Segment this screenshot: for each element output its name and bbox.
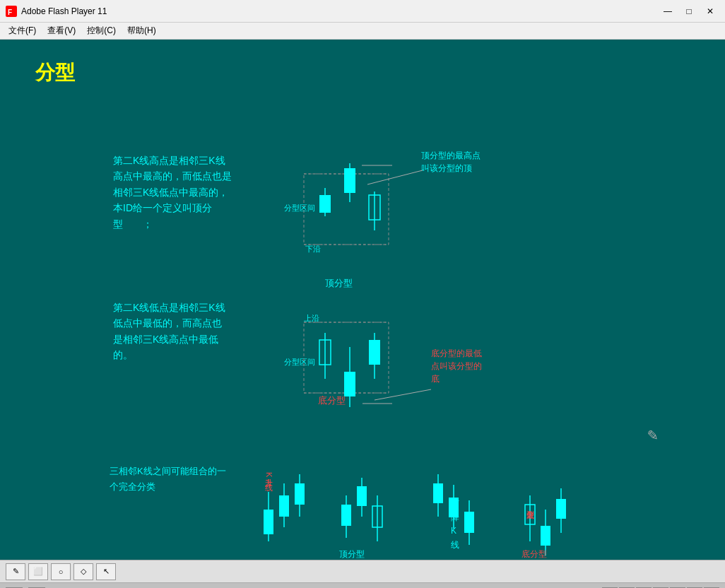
svg-rect-8 <box>319 195 331 213</box>
menubar: 文件(F) 查看(V) 控制(C) 帮助(H) <box>0 23 725 40</box>
section1-description: 第二K线高点是相邻三K线高点中最高的，而低点也是相邻三K线低点中最高的，本ID给… <box>113 153 233 232</box>
svg-rect-37 <box>357 486 367 506</box>
label-bottom-pattern-4: 底分型 <box>521 548 547 560</box>
select-tool-button[interactable]: ↖ <box>96 563 116 580</box>
bottom-pattern-annotation: 底分型的最低点叫该分型的底 <box>431 347 488 385</box>
svg-text:F: F <box>8 8 12 16</box>
pattern1-chart <box>254 464 318 555</box>
app-icon: F <box>6 6 17 17</box>
eraser-tool-button[interactable]: ◇ <box>73 563 93 580</box>
svg-text:下沿: 下沿 <box>305 245 321 253</box>
menu-help[interactable]: 帮助(H) <box>122 23 162 38</box>
svg-line-14 <box>367 170 423 184</box>
label-rising-k: 上升K线 <box>253 472 274 477</box>
menu-file[interactable]: 文件(F) <box>3 23 42 38</box>
svg-rect-31 <box>279 495 289 517</box>
annotation-arrow-2 <box>367 386 438 414</box>
progressbar-area: ▶ ⏸ |◀ ◀ ▶ ▶| ■ ■ ■ <box>0 582 725 588</box>
window-title: Adobe Flash Player 11 <box>21 6 107 16</box>
rect-tool-button[interactable]: ⬜ <box>28 563 48 580</box>
pattern2-chart <box>332 464 396 555</box>
svg-text:分型区间: 分型区间 <box>284 358 315 366</box>
svg-rect-33 <box>295 483 305 505</box>
svg-rect-45 <box>464 512 474 533</box>
svg-rect-35 <box>341 505 351 526</box>
svg-rect-25 <box>369 340 380 365</box>
bottom-pattern-label: 底分型 <box>318 394 346 407</box>
svg-line-27 <box>375 389 431 400</box>
oval-tool-button[interactable]: ○ <box>51 563 71 580</box>
svg-text:分型区间: 分型区间 <box>284 204 315 212</box>
minimize-button[interactable]: — <box>659 2 677 20</box>
titlebar: F Adobe Flash Player 11 — □ ✕ <box>0 0 725 23</box>
pattern4-chart <box>516 464 579 555</box>
maximize-button[interactable]: □ <box>680 2 698 20</box>
svg-rect-49 <box>541 526 550 546</box>
label-falling-k: 下降K线 <box>451 498 459 552</box>
menu-view[interactable]: 查看(V) <box>42 23 81 38</box>
pencil-cursor-icon: ✏ <box>642 425 663 446</box>
pencil-tool-button[interactable]: ✎ <box>6 563 25 580</box>
svg-text:上沿: 上沿 <box>304 314 319 322</box>
svg-rect-29 <box>264 510 273 534</box>
window-controls: — □ ✕ <box>659 2 719 20</box>
svg-rect-51 <box>556 499 566 519</box>
page-title: 分型 <box>35 59 75 86</box>
menu-control[interactable]: 控制(C) <box>81 23 122 38</box>
bottom-toolbar: ✎ ⬜ ○ ◇ ↖ <box>0 560 725 582</box>
svg-rect-10 <box>344 168 355 193</box>
label-top-pattern: 顶分型 <box>339 548 365 560</box>
close-button[interactable]: ✕ <box>701 2 719 20</box>
section3-description: 三相邻K线之间可能组合的一个完全分类 <box>110 464 226 495</box>
main-content: 分型 第二K线高点是相邻三K线高点中最高的，而低点也是相邻三K线低点中最高的，本… <box>0 40 725 560</box>
svg-rect-41 <box>433 483 443 503</box>
section2-description: 第二K线低点是相邻三K线低点中最低的，而高点也是相邻三K线高点中最低的。 <box>113 300 230 363</box>
top-pattern-label: 顶分型 <box>325 277 353 290</box>
annotation-arrow-1 <box>360 149 431 192</box>
svg-rect-23 <box>344 372 355 396</box>
